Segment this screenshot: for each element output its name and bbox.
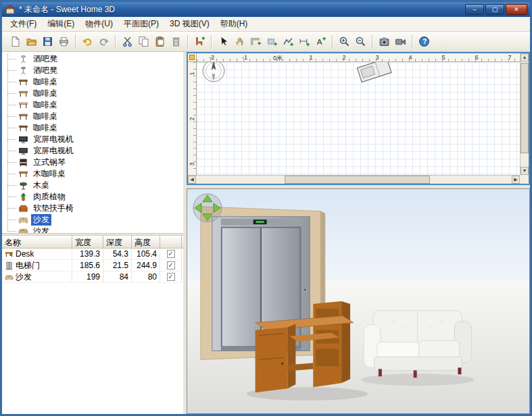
help-button[interactable]: ?: [416, 34, 432, 49]
photo-icon: [379, 36, 390, 47]
create-labels-button[interactable]: A: [313, 34, 329, 49]
select-button[interactable]: [216, 34, 231, 49]
catalog-item[interactable]: 木桌: [2, 180, 183, 191]
plan-compass[interactable]: [199, 62, 228, 85]
sofa-icon: [18, 226, 28, 233]
pan-button[interactable]: [232, 34, 247, 49]
furniture-row[interactable]: Desk139.354.3105.4✓: [2, 249, 183, 260]
column-header-3[interactable]: 高度: [132, 236, 160, 248]
menu-item-5[interactable]: 帮助(H): [215, 16, 253, 32]
catalog-item[interactable]: 软垫扶手椅: [2, 203, 183, 214]
catalog-item[interactable]: 肉质植物: [2, 191, 183, 203]
catalog-item[interactable]: 咖啡桌: [2, 122, 183, 134]
cut-button[interactable]: [120, 34, 135, 49]
minimize-button[interactable]: –: [465, 4, 484, 15]
3d-view[interactable]: [187, 188, 530, 414]
copy-icon: [138, 36, 149, 47]
plan-furniture-desk[interactable]: [352, 62, 397, 85]
column-header-visibility[interactable]: [160, 236, 182, 248]
column-header-1[interactable]: 宽度: [72, 236, 103, 248]
desk-icon: [5, 250, 14, 259]
catalog-item[interactable]: 咖啡桌: [2, 111, 183, 122]
maximize-button[interactable]: ▢: [485, 4, 504, 15]
table-icon: [18, 123, 28, 133]
catalog-item[interactable]: 立式钢琴: [2, 157, 183, 168]
close-button[interactable]: ✕: [506, 4, 527, 15]
3d-scene[interactable]: [187, 189, 529, 413]
furniture-name-cell: 沙发: [2, 271, 72, 283]
scroll-track[interactable]: [196, 176, 512, 184]
table-icon: [18, 169, 28, 179]
3d-navigation-control[interactable]: [193, 194, 222, 222]
scroll-track[interactable]: [521, 61, 529, 167]
h-ruler-label: 5: [441, 54, 445, 61]
h-ruler-label: 7: [508, 54, 511, 61]
create-walls-button[interactable]: [248, 34, 264, 49]
menu-item-2[interactable]: 物件(U): [80, 16, 118, 32]
pan-icon: [234, 36, 245, 47]
scroll-down-button[interactable]: ▼: [521, 167, 529, 175]
save-home-button[interactable]: [40, 34, 55, 49]
catalog-item[interactable]: 酒吧凳: [2, 53, 183, 65]
furniture-row[interactable]: 沙发1998480✓: [2, 271, 183, 283]
create-rooms-button[interactable]: [264, 34, 280, 49]
redo-icon: [98, 36, 110, 47]
tree-connector: [7, 197, 16, 197]
open-home-button[interactable]: [24, 34, 39, 49]
create-video-button[interactable]: [393, 34, 408, 49]
print-icon: [58, 36, 70, 47]
catalog-item[interactable]: 咖啡桌: [2, 99, 183, 111]
copy-button[interactable]: [136, 34, 151, 49]
catalog-item[interactable]: 木咖啡桌: [2, 168, 183, 180]
furniture-width-cell: 139.3: [72, 249, 103, 260]
plan-canvas[interactable]: [197, 62, 520, 175]
plan-corner-icon: [189, 55, 195, 60]
print-button[interactable]: [56, 34, 72, 49]
menu-item-1[interactable]: 编辑(E): [42, 16, 80, 32]
menu-item-3[interactable]: 平面图(P): [118, 16, 164, 32]
create-polylines-button[interactable]: [281, 34, 296, 49]
catalog-item[interactable]: 宽屏电视机: [2, 145, 183, 157]
visibility-checkbox[interactable]: ✓: [167, 261, 175, 269]
furniture-visibility-cell: ✓: [160, 271, 182, 283]
furniture-name: 沙发: [16, 271, 32, 283]
paste-button[interactable]: [152, 34, 168, 49]
create-photo-button[interactable]: [377, 34, 392, 49]
scroll-thumb[interactable]: [285, 176, 430, 184]
tree-connector: [7, 59, 16, 59]
ruler-corner: [188, 53, 197, 62]
tree-connector: [7, 162, 16, 163]
scroll-up-button[interactable]: ▲: [521, 53, 529, 61]
catalog-item[interactable]: 宽屏电视机: [2, 134, 183, 145]
zoom-out-button[interactable]: [353, 34, 368, 49]
scrollbar-corner: [520, 175, 529, 184]
catalog-item[interactable]: 咖啡桌: [2, 76, 183, 88]
title-bar[interactable]: * 未命名 - Sweet Home 3D – ▢ ✕: [2, 2, 530, 17]
create-dimensions-button[interactable]: [297, 34, 312, 49]
zoom-in-button[interactable]: [337, 34, 352, 49]
scroll-left-button[interactable]: ◀: [188, 176, 196, 184]
catalog-item[interactable]: 沙发: [2, 214, 183, 226]
column-header-2[interactable]: 深度: [103, 236, 132, 248]
scroll-thumb[interactable]: [521, 63, 529, 153]
undo-button[interactable]: [80, 34, 95, 49]
catalog-item[interactable]: 咖啡桌: [2, 88, 183, 99]
redo-button[interactable]: [96, 34, 112, 49]
toolbar-separator: [187, 35, 189, 49]
polylines-icon: [283, 36, 294, 47]
furniture-catalog-tree: 酒吧凳酒吧凳咖啡桌咖啡桌咖啡桌咖啡桌咖啡桌宽屏电视机宽屏电视机立式钢琴木咖啡桌木…: [2, 52, 183, 233]
scroll-right-button[interactable]: ▶: [512, 176, 520, 184]
furniture-row[interactable]: 电梯门185.621.5244.9✓: [2, 260, 183, 271]
menu-item-4[interactable]: 3D 视图(V): [164, 16, 215, 32]
tv-icon: [18, 146, 28, 156]
delete-button[interactable]: [168, 34, 184, 49]
catalog-item[interactable]: 酒吧凳: [2, 65, 183, 76]
catalog-item[interactable]: 沙发: [2, 226, 183, 233]
column-header-0[interactable]: 名称: [2, 236, 72, 248]
visibility-checkbox[interactable]: ✓: [167, 250, 175, 258]
menu-item-0[interactable]: 文件(F): [5, 16, 42, 32]
catalog-item-label: 酒吧凳: [31, 53, 59, 65]
new-home-button[interactable]: [7, 34, 23, 49]
visibility-checkbox[interactable]: ✓: [167, 273, 175, 281]
add-furniture-button[interactable]: [192, 34, 208, 49]
